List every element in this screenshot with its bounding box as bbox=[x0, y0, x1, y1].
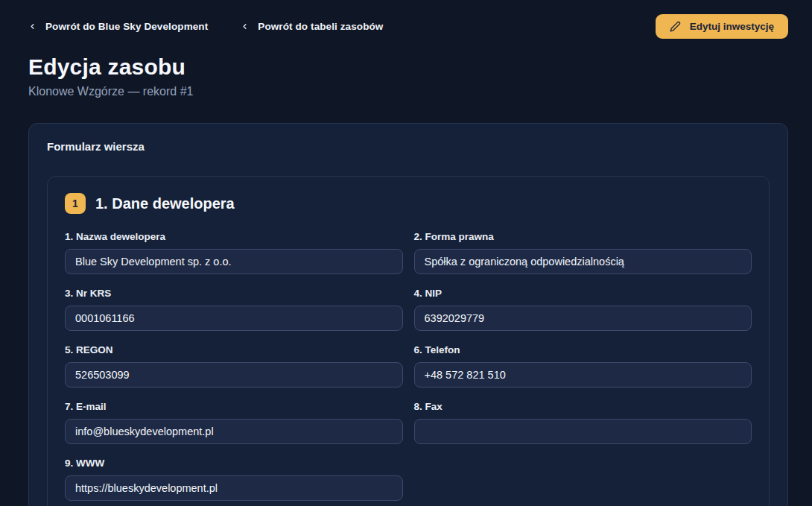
field-label: 9. WWW bbox=[65, 458, 403, 469]
edit-investment-button-label: Edytuj inwestycję bbox=[690, 21, 774, 32]
section-header: 1 1. Dane dewelopera bbox=[65, 193, 752, 214]
section-developer-data: 1 1. Dane dewelopera 1. Nazwa dewelopera… bbox=[47, 176, 770, 506]
fields-grid: 1. Nazwa dewelopera 2. Forma prawna 3. N… bbox=[65, 231, 752, 501]
field-nr-krs: 3. Nr KRS bbox=[65, 288, 403, 331]
field-label: 8. Fax bbox=[414, 401, 752, 412]
field-input-www[interactable] bbox=[65, 475, 403, 501]
field-label: 6. Telefon bbox=[414, 344, 752, 355]
chevron-left-icon bbox=[241, 22, 249, 31]
field-regon: 5. REGON bbox=[65, 344, 403, 388]
field-input-forma-prawna[interactable] bbox=[414, 249, 752, 274]
field-label: 3. Nr KRS bbox=[65, 288, 403, 299]
back-link-label: Powrót do Blue Sky Development bbox=[45, 21, 208, 32]
field-label: 5. REGON bbox=[65, 344, 403, 355]
field-email: 7. E-mail bbox=[65, 401, 403, 444]
field-input-regon[interactable] bbox=[65, 362, 403, 388]
field-input-nip[interactable] bbox=[414, 306, 752, 331]
field-forma-prawna: 2. Forma prawna bbox=[414, 231, 752, 274]
section-title: 1. Dane dewelopera bbox=[95, 195, 235, 212]
field-nip: 4. NIP bbox=[414, 288, 752, 331]
back-link-resources-table[interactable]: Powrót do tabeli zasobów bbox=[241, 21, 383, 32]
form-card-title: Formularz wiersza bbox=[47, 140, 770, 153]
back-link-label: Powrót do tabeli zasobów bbox=[258, 21, 383, 32]
field-nazwa-dewelopera: 1. Nazwa dewelopera bbox=[65, 231, 403, 274]
field-fax: 8. Fax bbox=[414, 401, 752, 444]
field-label: 7. E-mail bbox=[65, 401, 403, 412]
field-telefon: 6. Telefon bbox=[414, 344, 752, 388]
edit-investment-button[interactable]: Edytuj inwestycję bbox=[656, 14, 788, 39]
field-input-nr-krs[interactable] bbox=[65, 306, 403, 331]
field-input-telefon[interactable] bbox=[414, 362, 752, 388]
section-number-badge: 1 bbox=[65, 193, 86, 214]
topbar: Powrót do Blue Sky Development Powrót do… bbox=[28, 14, 788, 39]
back-link-investment[interactable]: Powrót do Blue Sky Development bbox=[28, 21, 208, 32]
field-input-email[interactable] bbox=[65, 419, 403, 444]
page-subtitle: Klonowe Wzgórze — rekord #1 bbox=[28, 85, 788, 98]
field-www: 9. WWW bbox=[65, 458, 403, 501]
back-links: Powrót do Blue Sky Development Powrót do… bbox=[28, 21, 383, 32]
pencil-icon bbox=[670, 21, 681, 32]
row-form-card: Formularz wiersza 1 1. Dane dewelopera 1… bbox=[28, 123, 788, 506]
field-label: 2. Forma prawna bbox=[414, 231, 752, 242]
field-input-fax[interactable] bbox=[414, 419, 752, 444]
field-label: 4. NIP bbox=[414, 288, 752, 299]
page-title: Edycja zasobu bbox=[28, 54, 788, 80]
field-input-nazwa-dewelopera[interactable] bbox=[65, 249, 403, 274]
field-label: 1. Nazwa dewelopera bbox=[65, 231, 403, 242]
chevron-left-icon bbox=[28, 22, 37, 31]
